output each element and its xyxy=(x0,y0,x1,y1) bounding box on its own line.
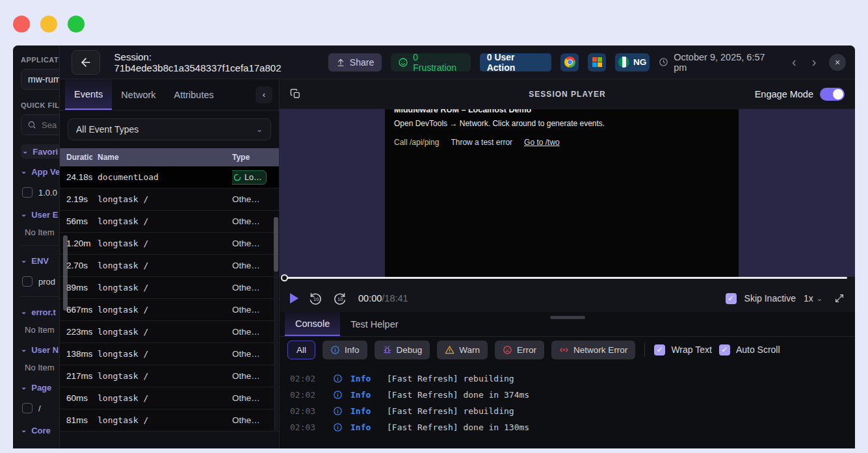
sidebar-group-user-name[interactable]: ⌄ User N xyxy=(21,343,59,357)
checkbox-icon[interactable] xyxy=(22,403,33,413)
fullscreen-icon[interactable] xyxy=(834,293,845,304)
column-type[interactable]: Type xyxy=(232,153,270,162)
sidebar-search[interactable] xyxy=(21,114,60,135)
filter-option-app-version[interactable]: 1.0.0 xyxy=(22,185,59,200)
log-entry[interactable]: 02:03 Info [Fast Refresh] done in 130ms xyxy=(290,419,855,435)
copy-icon[interactable] xyxy=(290,88,301,99)
session-id-title: Session: 71b4ede3b8c1a3548337f1cefa17a80… xyxy=(114,51,319,73)
previous-session-button[interactable]: ‹ xyxy=(789,55,799,70)
column-duration[interactable]: Duration xyxy=(60,153,92,162)
collapse-panel-button[interactable]: ‹ xyxy=(256,86,272,103)
table-row[interactable]: 1.20m longtask / Othe… xyxy=(60,233,279,255)
application-select[interactable]: mw-rum xyxy=(21,69,60,90)
rewind-10-button[interactable]: 10 xyxy=(309,292,322,305)
table-row[interactable]: 89ms longtask / Othe… xyxy=(60,277,279,299)
close-window-button[interactable] xyxy=(13,16,30,32)
warning-icon xyxy=(445,345,454,355)
bug-icon xyxy=(382,345,392,355)
sidebar-group-core[interactable]: ⌄ Core xyxy=(21,423,59,437)
wrap-text-option[interactable]: ✓ Wrap Text xyxy=(654,344,712,356)
table-row[interactable]: 81ms longtask / Othe… xyxy=(60,409,279,432)
chevron-left-icon: ‹ xyxy=(263,90,265,99)
error-face-icon xyxy=(503,345,512,355)
playback-time: 00:00/18:41 xyxy=(358,293,408,304)
tab-test-helper[interactable]: Test Helper xyxy=(340,312,408,336)
auto-scroll-checkbox[interactable]: ✓ xyxy=(719,344,730,356)
playback-speed-select[interactable]: 1x ⌄ xyxy=(804,293,822,304)
scrollbar-thumb[interactable] xyxy=(63,235,68,311)
sidebar-group-app-version[interactable]: ⌄ App Ve xyxy=(21,164,59,179)
next-session-button[interactable]: › xyxy=(809,55,819,70)
back-button[interactable] xyxy=(72,50,100,75)
timeline-track[interactable] xyxy=(285,277,847,279)
scrollbar-thumb[interactable] xyxy=(274,217,278,272)
wrap-text-checkbox[interactable]: ✓ xyxy=(654,344,665,356)
play-button[interactable] xyxy=(290,293,298,304)
table-row[interactable]: 223ms longtask / Othe… xyxy=(60,321,279,343)
log-entry[interactable]: 02:02 Info [Fast Refresh] rebuilding xyxy=(290,370,855,387)
arrow-left-icon xyxy=(79,56,92,69)
forward-10-button[interactable]: 10 xyxy=(333,292,347,305)
console-tabs: Console Test Helper xyxy=(280,312,855,337)
panel-resize-handle[interactable] xyxy=(550,316,585,319)
tab-console[interactable]: Console xyxy=(285,312,340,336)
table-row[interactable]: 60ms longtask / Othe… xyxy=(60,387,279,409)
table-row[interactable]: 667ms longtask / Othe… xyxy=(60,299,279,321)
sidebar-group-page[interactable]: ⌄ Page xyxy=(21,380,59,395)
console-filter-bar: All Info Debug xyxy=(280,337,855,363)
table-row[interactable]: 217ms longtask / Othe… xyxy=(60,365,279,387)
table-row[interactable]: 138ms longtask / Othe… xyxy=(60,343,279,365)
skip-inactive-checkbox[interactable]: ✓ xyxy=(726,293,737,304)
empty-state-label: No Item xyxy=(25,325,59,335)
country-badge: NG xyxy=(615,53,650,71)
table-row[interactable]: 2.70s longtask / Othe… xyxy=(60,255,279,277)
event-type-select[interactable]: All Event Types ⌄ xyxy=(68,118,271,140)
auto-scroll-option[interactable]: ✓ Auto Scroll xyxy=(719,344,780,356)
replay-link-go-to-two: Go to /two xyxy=(524,138,560,147)
sidebar-group-env[interactable]: ⌄ ENV xyxy=(21,253,59,268)
table-row[interactable]: 56ms longtask / Othe… xyxy=(60,211,279,233)
console-log-list: 02:02 Info [Fast Refresh] rebuilding 02:… xyxy=(280,363,855,448)
filter-error-button[interactable]: Error xyxy=(495,341,544,359)
filter-option-page[interactable]: / xyxy=(22,401,59,415)
events-panel: Events Network Attributes ‹ All Event Ty… xyxy=(60,79,280,448)
os-badge xyxy=(588,53,606,71)
timeline-playhead[interactable] xyxy=(281,274,288,281)
filter-debug-button[interactable]: Debug xyxy=(375,341,430,359)
engage-mode-label: Engage Mode xyxy=(755,89,813,99)
minimize-window-button[interactable] xyxy=(40,16,57,32)
table-row[interactable]: 2.19s longtask / Othe… xyxy=(60,188,279,211)
tab-network[interactable]: Network xyxy=(112,79,164,110)
table-row[interactable]: 24.18s documentLoad Lo… xyxy=(60,166,279,188)
share-button[interactable]: Share xyxy=(328,53,382,71)
tab-attributes[interactable]: Attributes xyxy=(165,79,223,110)
maximize-window-button[interactable] xyxy=(68,16,85,32)
events-scrollbar[interactable] xyxy=(274,217,278,432)
sidebar-group-user-email[interactable]: ⌄ User E xyxy=(21,207,59,222)
checkbox-icon[interactable] xyxy=(22,187,33,198)
search-input[interactable] xyxy=(42,120,60,130)
empty-state-label: No Item xyxy=(25,227,59,237)
engage-mode-toggle[interactable] xyxy=(820,88,845,101)
filter-info-button[interactable]: Info xyxy=(322,341,367,359)
filter-warn-button[interactable]: Warn xyxy=(437,341,488,359)
info-icon xyxy=(333,374,343,383)
filter-all-button[interactable]: All xyxy=(287,341,315,359)
sidebar-group-favorites[interactable]: ⌄ Favori xyxy=(21,144,60,159)
player-timeline[interactable] xyxy=(280,277,855,285)
info-icon xyxy=(333,406,343,416)
sidebar-group-error-type[interactable]: ⌄ error.t xyxy=(21,305,59,319)
checkbox-icon[interactable] xyxy=(22,276,33,287)
close-panel-button[interactable]: × xyxy=(829,54,846,71)
filters-sidebar: APPLICATI mw-rum QUICK FIL ⌄ Favori ⌄ Ap… xyxy=(13,45,60,448)
filter-network-error-button[interactable]: Network Error xyxy=(551,341,635,359)
session-player-header: SESSION PLAYER Engage Mode xyxy=(280,79,855,109)
log-entry[interactable]: 02:02 Info [Fast Refresh] done in 374ms xyxy=(290,387,855,403)
replay-page-title: Middleware RUM – Localhost Demo xyxy=(394,109,730,114)
chevron-down-icon: ⌄ xyxy=(21,256,27,265)
events-panel-tabs: Events Network Attributes ‹ xyxy=(60,79,279,110)
tab-events[interactable]: Events xyxy=(65,79,112,110)
log-entry[interactable]: 02:03 Info [Fast Refresh] rebuilding xyxy=(290,403,855,419)
column-name[interactable]: Name xyxy=(92,153,232,162)
filter-option-env[interactable]: prod xyxy=(22,274,59,289)
